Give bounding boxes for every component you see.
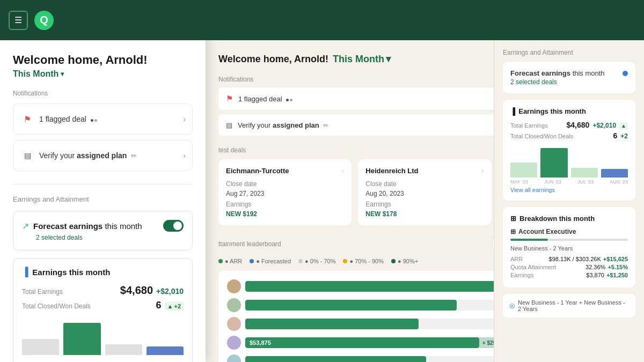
rp-earnings-label: Earnings [510, 272, 533, 278]
bar-fill-highlight: $53,875 [245, 337, 479, 348]
logo-text: Q [40, 14, 48, 26]
dot-icon [91, 119, 93, 122]
avatar [227, 279, 241, 293]
account-exec-icon: ⊞ [510, 228, 516, 235]
deal-close-date-value: Aug 20, 2023 [365, 190, 484, 197]
document-icon: ▤ [20, 148, 35, 163]
forecast-toggle[interactable] [163, 220, 184, 232]
bar-value-label: $53,875 [250, 339, 271, 346]
deal-close-date-label: Close date [365, 180, 484, 188]
legend-dot-arr [218, 259, 223, 263]
bar-fill [245, 281, 517, 292]
chevron-right-icon: › [481, 167, 484, 175]
trend-up-icon: ↗ [22, 221, 29, 231]
next-section-label: New Business - 1 Year + New Business - 2… [518, 299, 629, 312]
this-month-selector[interactable]: This Month ▾ [13, 69, 64, 79]
rp-chart-bar-blue [601, 169, 628, 178]
legend-label-arr: ● ARR [225, 258, 242, 264]
deal-earnings-label: Earnings [365, 201, 484, 208]
rp-chart-bar [510, 162, 537, 178]
rp-chart-labels: MAY '23 JUN '23 JUL '23 AUG '23 [510, 179, 628, 184]
rp-total-deals-label: Total Closed/Won Deals [510, 133, 573, 139]
deal-card-heidenreich[interactable]: Heidenreich Ltd › Close date Aug 20, 202… [358, 159, 491, 225]
legend-label-70-90: ● 70% - 90% [349, 258, 384, 264]
rp-earnings-val: $3,870 [586, 272, 604, 278]
quota-progress-fill [510, 239, 548, 241]
bar-fill [245, 300, 457, 311]
notifications-label: Notifications [13, 90, 193, 97]
bar-chart-icon: ▐ [22, 267, 28, 277]
rp-quota-row: Quota Attainment 32.36% +5.15% [510, 264, 628, 270]
avatar [227, 336, 241, 350]
rp-next-section-link[interactable]: ◎ New Business - 1 Year + New Business -… [503, 294, 635, 317]
rp-chart-bar-active [540, 148, 567, 178]
forecast-earnings-card: ↗ Forecast earnings this month 2 selecte… [13, 211, 193, 250]
dot-icon [286, 99, 289, 101]
menu-button[interactable]: ☰ [9, 11, 28, 30]
deal-earnings-value: NEW $192 [226, 210, 344, 218]
chart-month-label: JUN '23 [544, 179, 561, 184]
edit-icon: ✏ [131, 152, 137, 160]
deal-close-date-label: Close date [226, 180, 344, 188]
rp-total-deals-change: +2 [620, 132, 628, 140]
rp-arr-change: +$15,625 [603, 256, 628, 262]
flag-icon: ⚑ [226, 94, 233, 104]
legend-dot-90plus [391, 259, 396, 263]
deal-card-eichmann[interactable]: Eichmann-Turcotte › Close date Aug 27, 2… [218, 159, 352, 225]
notification-flagged-deal[interactable]: ⚑ 1 flagged deal › [13, 104, 193, 135]
left-drawer-panel: Welcome home, Arnold! This Month ▾ Notif… [0, 0, 206, 362]
rp-total-earnings-label: Total Earnings [510, 122, 548, 129]
legend-dot-forecasted [250, 259, 254, 263]
rp-section-title: Earnings and Attainment [503, 49, 635, 56]
chart-bar [105, 344, 142, 355]
deal-earnings-label: Earnings [226, 201, 344, 208]
rp-forecast-card: Forecast earnings this month 2 selected … [503, 62, 635, 93]
bar-chart-icon: ▐ [510, 107, 515, 115]
earnings-attainment-label: Earnings and Attainment [13, 184, 193, 203]
avatar [227, 298, 241, 312]
top-navigation: ☰ Q [0, 0, 644, 40]
rp-quota-val: 32.36% [586, 264, 605, 270]
legend-70-90: ● 70% - 90% [343, 258, 384, 264]
deal-name: Eichmann-Turcotte [226, 167, 289, 175]
rp-earnings-change: +$1,250 [606, 272, 628, 278]
new-badge: NEW [365, 210, 380, 218]
bar-fill [245, 319, 419, 329]
menu-icon: ☰ [14, 15, 22, 25]
chart-bar-active [63, 323, 100, 355]
legend-label-90plus: ● 90%+ [398, 258, 418, 264]
notification-flagged-text: 1 flagged deal [39, 115, 183, 123]
rp-arr-row: ARR $98.13K / $303.26K +$15,625 [510, 256, 628, 262]
deal-close-date-value: Aug 27, 2023 [226, 190, 344, 197]
this-month-label: This Month [13, 69, 58, 79]
chart-month-label: JUL '23 [577, 179, 594, 184]
main-month-selector[interactable]: This Month ▾ [333, 53, 391, 65]
attainment-label: ttainment leaderboard [218, 240, 281, 248]
up-arrow-icon: ▲ [167, 303, 173, 309]
app-logo: Q [34, 11, 54, 30]
view-all-earnings-link[interactable]: View all earnings [510, 187, 628, 193]
chevron-right-icon: › [342, 167, 344, 175]
dot-icon [94, 119, 97, 122]
blue-dot-icon [623, 71, 628, 76]
rp-forecast-title: Forecast earnings this month [510, 69, 605, 77]
new-badge: NEW [226, 210, 241, 218]
earnings-up-icon: ▲ [619, 122, 628, 129]
legend-arr: ● ARR [218, 258, 242, 264]
rp-new-business-label: New Business - 2 Years [510, 245, 628, 252]
quota-progress-bar [510, 239, 628, 241]
legend-dot-0-70 [298, 259, 303, 263]
rp-total-earnings-val: $4,680 [567, 121, 590, 129]
total-earnings-label: Total Earnings [22, 288, 63, 295]
legend-dot-70-90 [343, 259, 347, 263]
notification-assigned-plan[interactable]: ▤ Verify your assigned plan ✏ › [13, 140, 193, 171]
rp-breakdown-title: ⊞ Breakdown this month [510, 215, 628, 223]
dot-icon [290, 99, 292, 101]
rp-quota-change: +5.15% [608, 264, 628, 270]
chevron-down-icon: ▾ [386, 53, 391, 65]
forecast-sub-label: 2 selected deals [36, 234, 184, 241]
chevron-down-icon: ▾ [61, 70, 64, 78]
legend-label-0-70: ● 0% - 70% [305, 258, 335, 264]
rp-earnings-title: ▐ Earnings this month [510, 107, 628, 115]
deal-earnings-value: NEW $178 [365, 210, 484, 218]
